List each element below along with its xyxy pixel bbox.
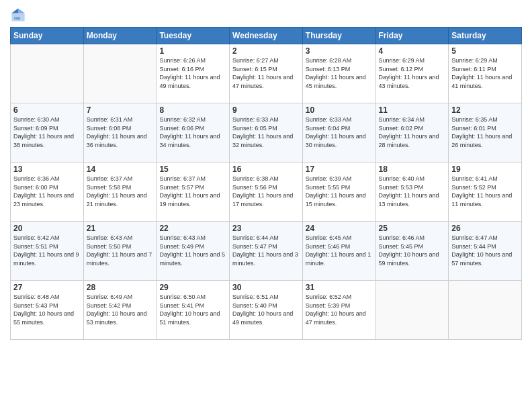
day-info: Sunrise: 6:27 AM Sunset: 6:15 PM Dayligh…: [232, 56, 300, 90]
calendar-cell: 12Sunrise: 6:35 AM Sunset: 6:01 PM Dayli…: [449, 103, 522, 163]
calendar-cell: 6Sunrise: 6:30 AM Sunset: 6:09 PM Daylig…: [11, 103, 84, 163]
calendar-cell: 17Sunrise: 6:39 AM Sunset: 5:55 PM Dayli…: [302, 163, 375, 222]
day-info: Sunrise: 6:38 AM Sunset: 5:56 PM Dayligh…: [232, 175, 300, 208]
day-number: 2: [232, 46, 300, 56]
day-number: 27: [13, 283, 81, 292]
day-info: Sunrise: 6:43 AM Sunset: 5:49 PM Dayligh…: [159, 234, 226, 267]
day-number: 22: [159, 224, 226, 233]
day-number: 12: [451, 105, 519, 115]
day-info: Sunrise: 6:47 AM Sunset: 5:44 PM Dayligh…: [451, 234, 519, 267]
day-number: 23: [232, 224, 300, 233]
day-number: 1: [159, 46, 226, 56]
day-info: Sunrise: 6:34 AM Sunset: 6:02 PM Dayligh…: [379, 116, 446, 149]
day-info: Sunrise: 6:41 AM Sunset: 5:52 PM Dayligh…: [451, 175, 519, 208]
day-number: 20: [13, 224, 81, 233]
day-info: Sunrise: 6:49 AM Sunset: 5:42 PM Dayligh…: [87, 293, 154, 326]
day-info: Sunrise: 6:37 AM Sunset: 5:58 PM Dayligh…: [87, 175, 154, 208]
week-row-1: 1Sunrise: 6:26 AM Sunset: 6:16 PM Daylig…: [11, 44, 522, 103]
day-number: 19: [451, 165, 519, 174]
day-info: Sunrise: 6:28 AM Sunset: 6:13 PM Dayligh…: [306, 56, 373, 90]
day-info: Sunrise: 6:39 AM Sunset: 5:55 PM Dayligh…: [306, 175, 373, 208]
calendar-cell: [449, 281, 522, 340]
day-number: 4: [379, 46, 446, 56]
day-info: Sunrise: 6:32 AM Sunset: 6:06 PM Dayligh…: [159, 116, 226, 149]
header: GB: [10, 7, 522, 23]
day-number: 11: [379, 105, 446, 115]
calendar-cell: 3Sunrise: 6:28 AM Sunset: 6:13 PM Daylig…: [302, 44, 375, 103]
calendar-cell: 25Sunrise: 6:46 AM Sunset: 5:45 PM Dayli…: [375, 222, 449, 281]
calendar-cell: 27Sunrise: 6:48 AM Sunset: 5:43 PM Dayli…: [11, 281, 84, 340]
day-info: Sunrise: 6:35 AM Sunset: 6:01 PM Dayligh…: [451, 116, 519, 149]
calendar-body: 1Sunrise: 6:26 AM Sunset: 6:16 PM Daylig…: [11, 44, 522, 340]
day-info: Sunrise: 6:36 AM Sunset: 6:00 PM Dayligh…: [13, 175, 81, 208]
calendar-cell: 9Sunrise: 6:33 AM Sunset: 6:05 PM Daylig…: [230, 103, 303, 163]
calendar-cell: 2Sunrise: 6:27 AM Sunset: 6:15 PM Daylig…: [230, 44, 303, 103]
day-info: Sunrise: 6:40 AM Sunset: 5:53 PM Dayligh…: [379, 175, 446, 208]
day-info: Sunrise: 6:50 AM Sunset: 5:41 PM Dayligh…: [159, 293, 226, 326]
calendar-cell: 5Sunrise: 6:29 AM Sunset: 6:11 PM Daylig…: [449, 44, 522, 103]
day-info: Sunrise: 6:26 AM Sunset: 6:16 PM Dayligh…: [159, 56, 226, 90]
day-number: 13: [13, 165, 81, 174]
day-info: Sunrise: 6:42 AM Sunset: 5:51 PM Dayligh…: [13, 234, 81, 267]
calendar: SundayMondayTuesdayWednesdayThursdayFrid…: [10, 27, 522, 340]
day-number: 14: [87, 165, 154, 174]
calendar-cell: 22Sunrise: 6:43 AM Sunset: 5:49 PM Dayli…: [157, 222, 230, 281]
calendar-cell: 23Sunrise: 6:44 AM Sunset: 5:47 PM Dayli…: [230, 222, 303, 281]
day-number: 9: [232, 105, 300, 115]
day-info: Sunrise: 6:29 AM Sunset: 6:11 PM Dayligh…: [451, 56, 519, 90]
day-number: 18: [379, 165, 446, 174]
week-row-3: 13Sunrise: 6:36 AM Sunset: 6:00 PM Dayli…: [11, 163, 522, 222]
day-number: 3: [306, 46, 373, 56]
day-info: Sunrise: 6:44 AM Sunset: 5:47 PM Dayligh…: [232, 234, 300, 267]
calendar-cell: 28Sunrise: 6:49 AM Sunset: 5:42 PM Dayli…: [83, 281, 157, 340]
calendar-cell: 16Sunrise: 6:38 AM Sunset: 5:56 PM Dayli…: [230, 163, 303, 222]
calendar-cell: 10Sunrise: 6:33 AM Sunset: 6:04 PM Dayli…: [302, 103, 375, 163]
day-number: 17: [306, 165, 373, 174]
calendar-cell: 24Sunrise: 6:45 AM Sunset: 5:46 PM Dayli…: [302, 222, 375, 281]
day-info: Sunrise: 6:45 AM Sunset: 5:46 PM Dayligh…: [306, 234, 373, 267]
calendar-cell: 19Sunrise: 6:41 AM Sunset: 5:52 PM Dayli…: [449, 163, 522, 222]
day-number: 5: [451, 46, 519, 56]
day-number: 6: [13, 105, 81, 115]
week-row-2: 6Sunrise: 6:30 AM Sunset: 6:09 PM Daylig…: [11, 103, 522, 163]
day-info: Sunrise: 6:46 AM Sunset: 5:45 PM Dayligh…: [379, 234, 446, 267]
header-row: SundayMondayTuesdayWednesdayThursdayFrid…: [11, 28, 522, 44]
header-day-tuesday: Tuesday: [157, 28, 230, 44]
day-number: 31: [306, 283, 373, 292]
calendar-cell: 18Sunrise: 6:40 AM Sunset: 5:53 PM Dayli…: [375, 163, 449, 222]
day-info: Sunrise: 6:33 AM Sunset: 6:04 PM Dayligh…: [306, 116, 373, 149]
calendar-cell: 1Sunrise: 6:26 AM Sunset: 6:16 PM Daylig…: [157, 44, 230, 103]
calendar-cell: 7Sunrise: 6:31 AM Sunset: 6:08 PM Daylig…: [83, 103, 157, 163]
day-number: 21: [87, 224, 154, 233]
calendar-cell: 29Sunrise: 6:50 AM Sunset: 5:41 PM Dayli…: [157, 281, 230, 340]
week-row-4: 20Sunrise: 6:42 AM Sunset: 5:51 PM Dayli…: [11, 222, 522, 281]
calendar-cell: 11Sunrise: 6:34 AM Sunset: 6:02 PM Dayli…: [375, 103, 449, 163]
day-info: Sunrise: 6:30 AM Sunset: 6:09 PM Dayligh…: [13, 116, 81, 149]
logo-icon: GB: [10, 7, 26, 23]
day-number: 30: [232, 283, 300, 292]
calendar-cell: 4Sunrise: 6:29 AM Sunset: 6:12 PM Daylig…: [375, 44, 449, 103]
calendar-cell: 26Sunrise: 6:47 AM Sunset: 5:44 PM Dayli…: [449, 222, 522, 281]
logo: GB: [10, 7, 29, 23]
week-row-5: 27Sunrise: 6:48 AM Sunset: 5:43 PM Dayli…: [11, 281, 522, 340]
calendar-cell: 13Sunrise: 6:36 AM Sunset: 6:00 PM Dayli…: [11, 163, 84, 222]
day-info: Sunrise: 6:43 AM Sunset: 5:50 PM Dayligh…: [87, 234, 154, 267]
calendar-cell: 21Sunrise: 6:43 AM Sunset: 5:50 PM Dayli…: [83, 222, 157, 281]
calendar-cell: 14Sunrise: 6:37 AM Sunset: 5:58 PM Dayli…: [83, 163, 157, 222]
header-day-saturday: Saturday: [449, 28, 522, 44]
header-day-monday: Monday: [83, 28, 157, 44]
day-number: 26: [451, 224, 519, 233]
calendar-cell: 30Sunrise: 6:51 AM Sunset: 5:40 PM Dayli…: [230, 281, 303, 340]
day-number: 29: [159, 283, 226, 292]
day-number: 7: [87, 105, 154, 115]
day-number: 16: [232, 165, 300, 174]
calendar-cell: 31Sunrise: 6:52 AM Sunset: 5:39 PM Dayli…: [302, 281, 375, 340]
svg-text:GB: GB: [14, 16, 21, 20]
calendar-header: SundayMondayTuesdayWednesdayThursdayFrid…: [11, 28, 522, 44]
calendar-cell: [83, 44, 157, 103]
calendar-cell: [375, 281, 449, 340]
day-info: Sunrise: 6:51 AM Sunset: 5:40 PM Dayligh…: [232, 293, 300, 326]
calendar-cell: 20Sunrise: 6:42 AM Sunset: 5:51 PM Dayli…: [11, 222, 84, 281]
day-info: Sunrise: 6:33 AM Sunset: 6:05 PM Dayligh…: [232, 116, 300, 149]
day-info: Sunrise: 6:48 AM Sunset: 5:43 PM Dayligh…: [13, 293, 81, 326]
